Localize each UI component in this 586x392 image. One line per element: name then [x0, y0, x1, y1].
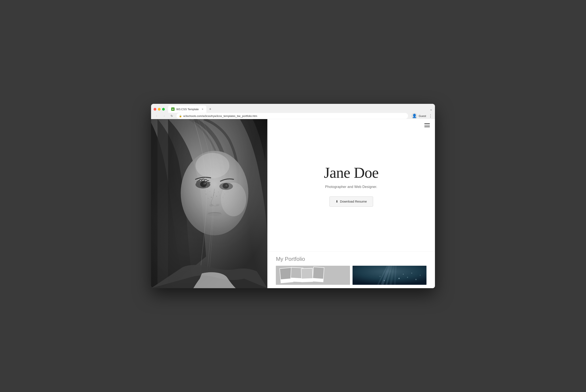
lock-icon: 🔒 — [179, 115, 182, 118]
tab-close-button[interactable]: × — [202, 108, 203, 111]
svg-point-39 — [411, 273, 412, 274]
svg-point-40 — [415, 279, 417, 280]
url-bar[interactable]: 🔒 w3schools.com/w3css/tryw3css_templates… — [176, 113, 408, 119]
active-tab[interactable]: w W3.CSS Template × — [168, 106, 206, 113]
hero-section: Jane Doe Photographer and Web Designer. … — [267, 119, 435, 251]
guest-label: Guest — [419, 114, 426, 118]
browser-more-button[interactable]: ⋮ — [429, 114, 432, 118]
hero-subtitle: Photographer and Web Designer. — [325, 185, 377, 189]
hero-photo-panel — [151, 119, 267, 288]
svg-point-43 — [379, 276, 380, 277]
tab-more-button[interactable]: ⌄ — [430, 107, 432, 111]
portfolio-section: My Portfolio — [267, 251, 435, 288]
new-tab-button[interactable]: + — [207, 106, 213, 112]
close-window-button[interactable] — [154, 108, 156, 110]
url-text: w3schools.com/w3css/tryw3css_templates_b… — [183, 114, 257, 118]
browser-window: w W3.CSS Template × + ⌄ ‹ › ↻ 🔒 w3school… — [151, 104, 435, 288]
hero-name: Jane Doe — [324, 164, 379, 182]
download-resume-label: Download Resume — [340, 200, 367, 203]
maximize-window-button[interactable] — [162, 108, 165, 110]
hamburger-line-1 — [424, 123, 430, 124]
address-bar: ‹ › ↻ 🔒 w3schools.com/w3css/tryw3css_tem… — [151, 113, 435, 119]
download-icon: ⬇ — [336, 200, 338, 204]
portfolio-thumbnail-2[interactable] — [353, 266, 427, 285]
portfolio-thumbnail-1[interactable] — [276, 266, 350, 285]
profile-avatar[interactable]: 👤 — [411, 113, 417, 119]
svg-point-36 — [398, 278, 400, 279]
svg-rect-34 — [313, 267, 324, 279]
portfolio-grid — [276, 266, 427, 285]
svg-point-41 — [420, 275, 421, 276]
hamburger-line-2 — [424, 125, 430, 126]
tab-favicon: w — [171, 108, 175, 111]
forward-button[interactable]: › — [161, 113, 167, 119]
download-resume-button[interactable]: ⬇ Download Resume — [329, 196, 373, 206]
tab-title: W3.CSS Template — [176, 108, 199, 111]
photo-overlay — [151, 119, 267, 288]
right-panel: Jane Doe Photographer and Web Designer. … — [267, 119, 435, 288]
refresh-button[interactable]: ↻ — [169, 113, 175, 119]
hamburger-menu-button[interactable] — [424, 123, 430, 127]
svg-rect-32 — [301, 268, 312, 279]
svg-point-37 — [403, 274, 404, 274]
portfolio-title: My Portfolio — [276, 256, 427, 262]
site-content: Jane Doe Photographer and Web Designer. … — [151, 119, 435, 288]
hamburger-line-3 — [424, 126, 430, 127]
profile-area: 👤 Guest — [411, 113, 426, 119]
minimize-window-button[interactable] — [158, 108, 161, 110]
svg-point-42 — [384, 280, 385, 281]
svg-point-38 — [407, 277, 408, 278]
window-controls — [154, 108, 165, 110]
back-button[interactable]: ‹ — [154, 113, 159, 119]
chrome-bar: w W3.CSS Template × + ⌄ ‹ › ↻ 🔒 w3school… — [151, 104, 435, 119]
tab-bar: w W3.CSS Template × + ⌄ — [151, 104, 435, 113]
